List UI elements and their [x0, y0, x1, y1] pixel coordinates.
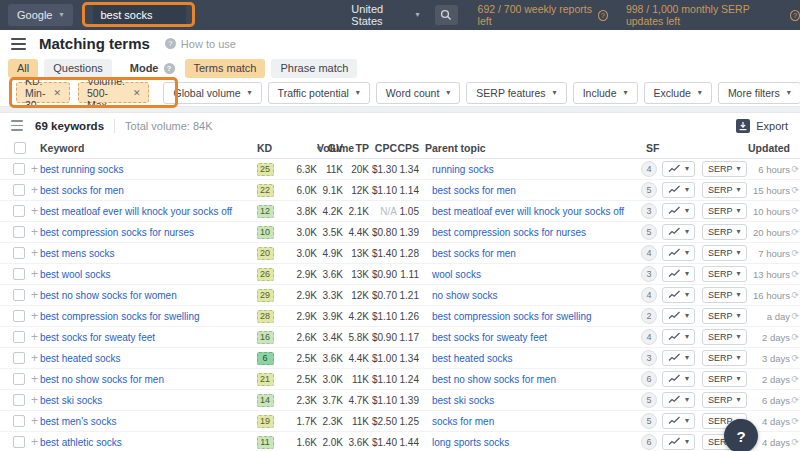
serp-button[interactable]: SERP▾ — [702, 329, 747, 345]
parent-topic-link[interactable]: best compression socks for nurses — [432, 227, 586, 238]
refresh-icon[interactable]: ⟳ — [790, 395, 800, 405]
serp-button[interactable]: SERP▾ — [702, 266, 747, 282]
position-history-button[interactable]: ▾ — [662, 308, 695, 324]
remove-filter-icon[interactable]: ✕ — [53, 88, 61, 98]
position-history-button[interactable]: ▾ — [662, 350, 695, 366]
refresh-icon[interactable]: ⟳ — [790, 185, 800, 195]
remove-filter-icon[interactable]: ✕ — [133, 88, 141, 98]
position-history-button[interactable]: ▾ — [662, 266, 695, 282]
keyword-link[interactable]: best socks for sweaty feet — [40, 332, 155, 343]
refresh-icon[interactable]: ⟳ — [790, 437, 800, 447]
col-tp[interactable]: TP — [356, 138, 369, 159]
add-to-list-icon[interactable]: + — [31, 247, 38, 259]
col-sf[interactable]: SF — [646, 138, 659, 159]
select-all-checkbox[interactable] — [14, 142, 26, 154]
row-checkbox[interactable] — [13, 352, 25, 364]
position-history-button[interactable]: ▾ — [662, 245, 695, 261]
sf-count-badge[interactable]: 5 — [641, 392, 657, 408]
sf-count-badge[interactable]: 5 — [641, 413, 657, 429]
parent-topic-link[interactable]: best socks for sweaty feet — [432, 332, 547, 343]
position-history-button[interactable]: ▾ — [662, 203, 695, 219]
sf-count-badge[interactable]: 4 — [641, 287, 657, 303]
keyword-link[interactable]: best meatloaf ever will knock your socks… — [40, 206, 232, 217]
add-to-list-icon[interactable]: + — [31, 226, 38, 238]
parent-topic-link[interactable]: no show socks — [432, 290, 498, 301]
parent-topic-link[interactable]: best ski socks — [432, 395, 494, 406]
col-updated[interactable]: Updated — [748, 138, 790, 159]
refresh-icon[interactable]: ⟳ — [790, 290, 800, 300]
sf-count-badge[interactable]: 3 — [641, 203, 657, 219]
filter-button-word-count[interactable]: Word count▾ — [376, 82, 461, 104]
refresh-icon[interactable]: ⟳ — [790, 332, 800, 342]
parent-topic-link[interactable]: best meatloaf ever will knock your socks… — [432, 206, 624, 217]
refresh-icon[interactable]: ⟳ — [790, 248, 800, 258]
col-cps[interactable]: CPS — [397, 138, 419, 159]
sf-count-badge[interactable]: 6 — [641, 434, 657, 450]
filter-button-exclude[interactable]: Exclude▾ — [644, 82, 712, 104]
refresh-icon[interactable]: ⟳ — [790, 311, 800, 321]
help-bubble-button[interactable]: ? — [724, 419, 758, 451]
sf-count-badge[interactable]: 4 — [641, 245, 657, 261]
position-history-button[interactable]: ▾ — [662, 161, 695, 177]
refresh-icon[interactable]: ⟳ — [790, 353, 800, 363]
sf-count-badge[interactable]: 5 — [641, 182, 657, 198]
parent-topic-link[interactable]: best heated socks — [432, 353, 513, 364]
row-checkbox[interactable] — [13, 184, 25, 196]
col-kd[interactable]: KD — [257, 138, 272, 159]
position-history-button[interactable]: ▾ — [662, 287, 695, 303]
row-checkbox[interactable] — [13, 331, 25, 343]
serp-button[interactable]: SERP▾ — [702, 287, 747, 303]
add-to-list-icon[interactable]: + — [31, 184, 38, 196]
serp-button[interactable]: SERP▾ — [702, 245, 747, 261]
parent-topic-link[interactable]: best compression socks for swelling — [432, 311, 592, 322]
export-button[interactable]: Export — [736, 119, 788, 133]
parent-topic-link[interactable]: socks for men — [432, 416, 494, 427]
keyword-link[interactable]: best compression socks for nurses — [40, 227, 194, 238]
position-history-button[interactable]: ▾ — [662, 392, 695, 408]
filter-chip[interactable]: Volume: 500-Max✕ — [78, 82, 150, 103]
position-history-button[interactable]: ▾ — [662, 434, 695, 450]
position-history-button[interactable]: ▾ — [662, 182, 695, 198]
tab-terms-match[interactable]: Terms match — [185, 59, 266, 78]
add-to-list-icon[interactable]: + — [31, 268, 38, 280]
keyword-link[interactable]: best no show socks for men — [40, 374, 164, 385]
add-to-list-icon[interactable]: + — [31, 163, 38, 175]
serp-button[interactable]: SERP▾ — [702, 182, 747, 198]
search-engine-select[interactable]: Google ▾ — [8, 4, 73, 26]
list-options-icon[interactable] — [11, 120, 23, 131]
col-cpc[interactable]: CPC — [375, 138, 397, 159]
parent-topic-link[interactable]: best socks for men — [432, 185, 516, 196]
keyword-link[interactable]: best men's socks — [40, 416, 116, 427]
country-select[interactable]: United States ▾ — [342, 4, 428, 26]
col-keyword[interactable]: Keyword — [40, 138, 84, 159]
row-checkbox[interactable] — [13, 205, 25, 217]
parent-topic-link[interactable]: best no show socks for men — [432, 374, 556, 385]
sf-count-badge[interactable]: 2 — [641, 308, 657, 324]
position-history-button[interactable]: ▾ — [662, 371, 695, 387]
add-to-list-icon[interactable]: + — [31, 205, 38, 217]
row-checkbox[interactable] — [13, 247, 25, 259]
serp-button[interactable]: SERP▾ — [702, 392, 747, 408]
keyword-link[interactable]: best athletic socks — [40, 437, 122, 448]
filter-button-serp-features[interactable]: SERP features▾ — [466, 82, 566, 104]
row-checkbox[interactable] — [13, 310, 25, 322]
refresh-icon[interactable]: ⟳ — [790, 374, 800, 384]
filter-button-more-filters[interactable]: More filters▾ — [718, 82, 800, 104]
parent-topic-link[interactable]: running socks — [432, 164, 494, 175]
row-checkbox[interactable] — [13, 289, 25, 301]
sf-count-badge[interactable]: 6 — [641, 371, 657, 387]
tab-phrase-match[interactable]: Phrase match — [271, 59, 357, 78]
row-checkbox[interactable] — [13, 373, 25, 385]
menu-icon[interactable] — [11, 38, 26, 50]
position-history-button[interactable]: ▾ — [662, 224, 695, 240]
keyword-link[interactable]: best wool socks — [40, 269, 111, 280]
sf-count-badge[interactable]: 3 — [641, 266, 657, 282]
filter-button-global-volume[interactable]: Global volume▾ — [163, 82, 261, 104]
filter-button-traffic-potential[interactable]: Traffic potential▾ — [268, 82, 370, 104]
col-parent-topic[interactable]: Parent topic — [425, 138, 486, 159]
keyword-link[interactable]: best heated socks — [40, 353, 121, 364]
keyword-link[interactable]: best mens socks — [40, 248, 114, 259]
refresh-icon[interactable]: ⟳ — [790, 164, 800, 174]
serp-button[interactable]: SERP▾ — [702, 371, 747, 387]
add-to-list-icon[interactable]: + — [31, 289, 38, 301]
